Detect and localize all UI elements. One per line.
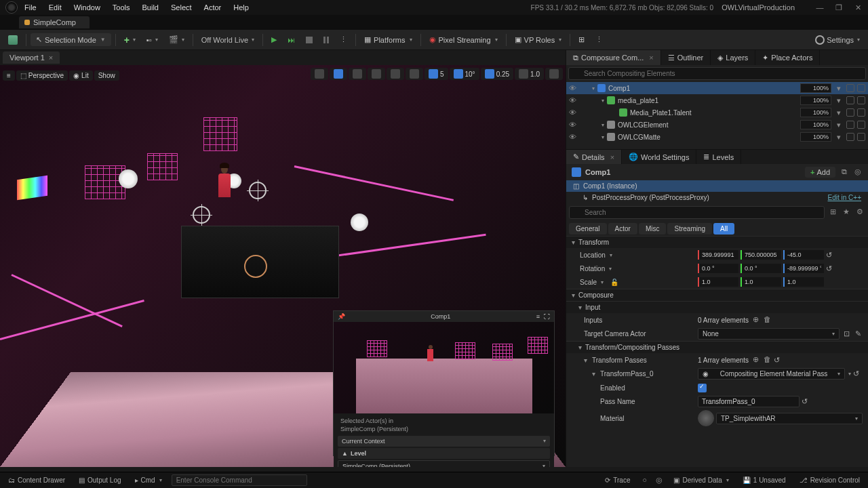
output-toggle[interactable] bbox=[857, 108, 865, 117]
passname-input[interactable] bbox=[698, 396, 800, 407]
circle-icon-1[interactable]: ○ bbox=[639, 476, 649, 485]
cat-streaming[interactable]: Streaming bbox=[667, 223, 712, 235]
grid-snap-toggle[interactable]: 5 bbox=[425, 68, 448, 80]
trace-button[interactable]: ⟳Trace bbox=[601, 475, 634, 485]
menu-help[interactable]: Help bbox=[233, 3, 249, 12]
save-button[interactable] bbox=[4, 33, 22, 47]
snap-surface-toggle[interactable] bbox=[406, 68, 423, 80]
scale-x-input[interactable] bbox=[698, 277, 738, 287]
expand-icon[interactable]: ▾ bbox=[601, 98, 604, 104]
cat-misc[interactable]: Misc bbox=[639, 223, 667, 235]
outliner-row[interactable]: 👁▾media_plate1100%▾ bbox=[566, 94, 868, 106]
opacity-value[interactable]: 100% bbox=[800, 120, 831, 129]
content-drawer-button[interactable]: 🗂Content Drawer bbox=[4, 475, 69, 485]
pass-type-dropdown[interactable]: ◉Compositing Element Material Pass▾ bbox=[698, 368, 845, 380]
output-toggle[interactable] bbox=[857, 133, 865, 141]
viewport-3d[interactable]: 📌 Comp1 ≡ ⛶ Selected Actor(s) in SimpleC… bbox=[0, 65, 566, 467]
opacity-value[interactable]: 100% bbox=[800, 83, 831, 93]
tab-details[interactable]: ✎Details× bbox=[566, 150, 622, 164]
lit-dropdown[interactable]: ◉Lit bbox=[69, 70, 93, 81]
show-dropdown[interactable]: Show bbox=[94, 70, 119, 81]
alpha-toggle[interactable] bbox=[846, 121, 854, 129]
pip-level-dropdown[interactable]: SimpleComp (Persistent)▾ bbox=[338, 460, 550, 467]
opacity-dropdown-icon[interactable]: ▾ bbox=[834, 84, 844, 93]
derived-data-button[interactable]: ▣Derived Data▾ bbox=[669, 475, 732, 485]
console-command-input[interactable] bbox=[172, 474, 307, 486]
material-thumb-icon[interactable] bbox=[698, 410, 714, 426]
section-composure[interactable]: ▾Composure bbox=[566, 289, 868, 301]
scale-tool[interactable] bbox=[368, 68, 385, 80]
clear-pass-icon[interactable]: 🗑 bbox=[762, 355, 772, 365]
close-button[interactable]: ✕ bbox=[853, 3, 863, 12]
alpha-toggle[interactable] bbox=[846, 84, 854, 92]
cat-actor[interactable]: Actor bbox=[608, 223, 637, 235]
component-tree-root[interactable]: ◫Comp1 (Instance) bbox=[566, 180, 868, 192]
selection-mode-dropdown[interactable]: ↖ Selection Mode ▼ bbox=[31, 33, 111, 46]
reset-passes-icon[interactable]: ↺ bbox=[774, 356, 783, 365]
opacity-dropdown-icon[interactable]: ▾ bbox=[834, 121, 844, 129]
cat-all[interactable]: All bbox=[713, 223, 734, 235]
output-toggle[interactable] bbox=[857, 84, 865, 92]
close-tab-icon[interactable]: × bbox=[49, 54, 53, 62]
reset-passname-icon[interactable]: ↺ bbox=[802, 397, 811, 406]
output-toggle[interactable] bbox=[857, 121, 865, 129]
alpha-toggle[interactable] bbox=[846, 96, 854, 104]
outliner-row[interactable]: 👁▾OWLCGElement100%▾ bbox=[566, 119, 868, 131]
opacity-dropdown-icon[interactable]: ▾ bbox=[834, 133, 844, 142]
alpha-toggle[interactable] bbox=[846, 108, 854, 117]
location-z-input[interactable] bbox=[783, 250, 824, 260]
scale-y-input[interactable] bbox=[741, 277, 781, 287]
unsaved-button[interactable]: 💾1 Unsaved bbox=[738, 475, 790, 485]
opacity-value[interactable]: 100% bbox=[800, 96, 831, 105]
reset-pass-icon[interactable]: ↺ bbox=[853, 369, 863, 378]
sequencer-button[interactable]: ⊞ bbox=[574, 33, 589, 46]
visibility-icon[interactable]: 👁 bbox=[569, 108, 577, 117]
play-options-button[interactable]: ⋮ bbox=[336, 33, 351, 46]
visibility-icon[interactable]: 👁 bbox=[569, 96, 577, 104]
world-local-toggle[interactable] bbox=[387, 68, 404, 80]
tab-place-actors[interactable]: ✦Place Actors bbox=[755, 50, 820, 65]
blueprint-button[interactable]: ▪▫▾ bbox=[142, 34, 162, 46]
close-composure-icon[interactable]: × bbox=[649, 54, 653, 62]
play-button[interactable]: ▶ bbox=[267, 33, 281, 46]
offworldlive-dropdown[interactable]: Off World Live▾ bbox=[197, 34, 258, 46]
lock-icon[interactable]: 🔓 bbox=[610, 279, 618, 286]
menu-tools[interactable]: Tools bbox=[113, 3, 130, 12]
pixelstreaming-dropdown[interactable]: ◉Pixel Streaming▾ bbox=[425, 33, 502, 46]
translate-tool[interactable] bbox=[330, 68, 347, 80]
pick-actor-icon[interactable]: ⊡ bbox=[842, 329, 851, 339]
vproles-dropdown[interactable]: ▣VP Roles▾ bbox=[511, 33, 566, 46]
outliner-row[interactable]: 👁▾Comp1100%▾ bbox=[566, 82, 868, 94]
material-dropdown[interactable]: TP_SimplewithAR▾ bbox=[716, 413, 863, 424]
tab-levels[interactable]: ≣Levels bbox=[696, 150, 741, 164]
pip-context-row[interactable]: Current Context▾ bbox=[338, 436, 550, 447]
tab-layers[interactable]: ◈Layers bbox=[711, 50, 755, 65]
outliner-search-input[interactable] bbox=[568, 67, 866, 80]
cmd-button[interactable]: ▸Cmd▾ bbox=[131, 475, 166, 485]
section-transform[interactable]: ▾Transform bbox=[566, 236, 868, 248]
menu-file[interactable]: File bbox=[24, 3, 37, 12]
perspective-dropdown[interactable]: ⬚Perspective bbox=[16, 70, 68, 81]
camera-speed[interactable]: 1.0 bbox=[515, 68, 544, 80]
details-search-input[interactable] bbox=[569, 206, 825, 219]
section-input[interactable]: ▾Input bbox=[566, 301, 868, 313]
circle-icon-2[interactable]: ◎ bbox=[654, 476, 664, 485]
edit-cpp-link[interactable]: Edit in C++ bbox=[828, 194, 861, 201]
cinematics-button[interactable]: 🎬▾ bbox=[165, 33, 189, 46]
filter-gear-icon[interactable]: ⚙ bbox=[854, 207, 865, 218]
add-content-button[interactable]: +▾ bbox=[120, 33, 140, 47]
revision-control-button[interactable]: ⎇Revision Control bbox=[795, 475, 864, 485]
add-component-button[interactable]: +Add bbox=[805, 167, 835, 178]
scale-z-input[interactable] bbox=[783, 277, 824, 287]
close-details-icon[interactable]: × bbox=[610, 153, 614, 161]
output-toggle[interactable] bbox=[857, 96, 865, 104]
viewport-layout-button[interactable] bbox=[545, 68, 563, 80]
comp-preview-window[interactable]: 📌 Comp1 ≡ ⛶ Selected Actor(s) in SimpleC… bbox=[333, 310, 555, 456]
menu-edit[interactable]: Edit bbox=[49, 3, 62, 12]
component-tree-child[interactable]: ↳PostProcessProxy (PostProcessProxy)Edit… bbox=[566, 192, 868, 203]
tab-outliner[interactable]: ☰Outliner bbox=[661, 50, 711, 65]
menu-build[interactable]: Build bbox=[142, 3, 159, 12]
reset-location-icon[interactable]: ↺ bbox=[826, 251, 835, 260]
rotation-y-input[interactable] bbox=[741, 264, 781, 273]
level-tab[interactable]: SimpleComp bbox=[19, 16, 90, 28]
